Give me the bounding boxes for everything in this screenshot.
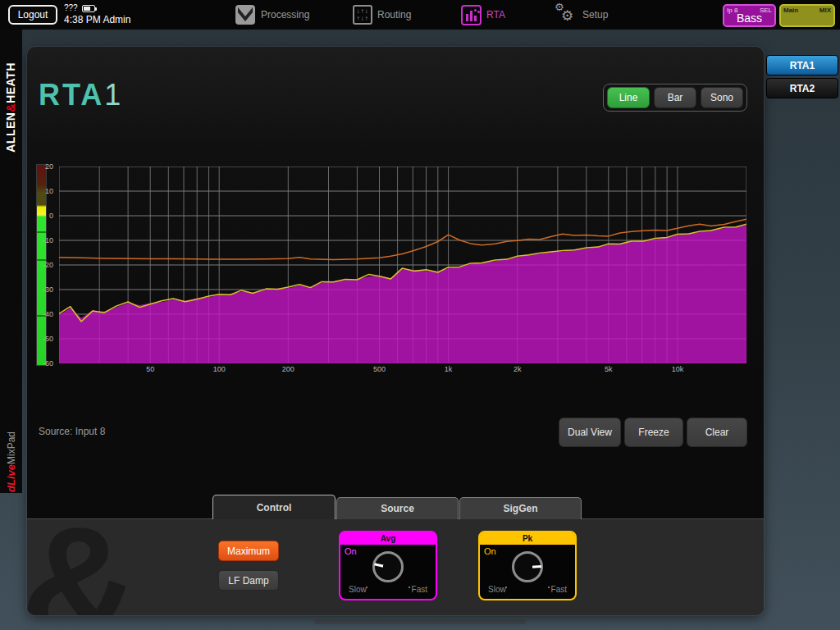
avg-on-label[interactable]: On: [345, 546, 357, 556]
pk-on-label[interactable]: On: [484, 546, 496, 556]
sono-view-button[interactable]: Sono: [701, 87, 743, 108]
allen-heath-logo: ALLEN&HEATH: [4, 62, 17, 152]
rta-main-panel: RTA1 Line Bar Sono 20100-10-20-30-40-50-…: [27, 47, 764, 615]
user-label: Admin: [103, 14, 130, 25]
pk-panel: Pk On Slow Fast: [478, 531, 577, 600]
dlive-mixpad-logo: dLiveMixPad: [5, 431, 17, 492]
pk-panel-title: Pk: [480, 532, 575, 545]
y-axis-label: 20: [29, 162, 53, 171]
x-axis-label: 1k: [445, 365, 453, 373]
x-axis-label: 10k: [672, 365, 684, 373]
x-axis-label: 500: [373, 365, 386, 373]
nav-routing-label: Routing: [377, 9, 411, 21]
nav-routing[interactable]: ↓↑↓↑↓↑ Routing: [353, 0, 411, 30]
rta-chart-svg: [59, 167, 746, 363]
avg-fast-label: Fast: [412, 585, 427, 594]
x-axis-label: 50: [146, 365, 154, 373]
y-axis-label: -40: [29, 310, 53, 318]
mix-tag-label: MIX: [819, 7, 831, 14]
setup-gears-icon: ⚙⚙: [556, 4, 578, 25]
nav-setup[interactable]: ⚙⚙ Setup: [556, 0, 608, 30]
avg-panel-title: Avg: [340, 532, 436, 545]
tab-rta1[interactable]: RTA1: [766, 55, 838, 75]
avg-slow-label: Slow: [349, 585, 367, 594]
pk-slow-label: Slow: [488, 585, 506, 594]
meter-notch: [37, 231, 46, 233]
signal-status: ???: [64, 3, 78, 12]
x-axis-label: 2k: [514, 365, 522, 373]
clock-user: 4:38 PM Admin: [64, 14, 130, 25]
logout-button[interactable]: Logout: [8, 5, 57, 25]
nav-setup-label: Setup: [582, 9, 608, 21]
y-axis-label: -20: [29, 261, 53, 269]
source-label: Source: Input 8: [39, 426, 105, 437]
tab-control[interactable]: Control: [212, 495, 336, 519]
bar-view-button[interactable]: Bar: [654, 87, 696, 108]
y-axis-label: 10: [29, 187, 53, 195]
mix-name-label: Main: [783, 7, 798, 14]
dual-view-button[interactable]: Dual View: [559, 418, 621, 447]
nav-rta[interactable]: RTA: [461, 0, 505, 30]
nav-processing-label: Processing: [261, 9, 309, 21]
maximum-button[interactable]: Maximum: [218, 541, 279, 561]
tab-siggen[interactable]: SigGen: [459, 497, 582, 519]
channel-name-label: Bass: [724, 11, 774, 25]
nav-processing[interactable]: Processing: [235, 0, 309, 30]
x-axis-label: 200: [282, 365, 294, 373]
avg-panel: Avg On Slow Fast: [339, 531, 437, 600]
pk-fast-label: Fast: [551, 585, 567, 594]
x-axis-label: 100: [213, 365, 226, 373]
line-view-button[interactable]: Line: [607, 87, 650, 108]
view-mode-group: Line Bar Sono: [603, 84, 747, 112]
y-axis-label: -30: [29, 285, 53, 294]
nav-rta-label: RTA: [486, 9, 505, 21]
avg-knob[interactable]: [372, 551, 404, 582]
clear-button[interactable]: Clear: [687, 418, 747, 447]
processing-icon: [235, 4, 256, 25]
lf-damp-button[interactable]: LF Damp: [218, 570, 279, 591]
tab-source[interactable]: Source: [336, 497, 459, 519]
tab-rta2[interactable]: RTA2: [766, 78, 838, 98]
rta-icon: [461, 5, 482, 25]
pk-knob[interactable]: [512, 551, 543, 582]
y-axis-label: -50: [29, 335, 53, 343]
x-axis-label: 5k: [605, 365, 613, 373]
ampersand-watermark: &: [27, 503, 139, 615]
routing-icon: ↓↑↓↑↓↑: [353, 5, 372, 25]
home-indicator[interactable]: [314, 619, 526, 624]
top-bar: Logout ??? 4:38 PM Admin Processing ↓↑↓↑…: [0, 0, 840, 30]
battery-icon: [82, 5, 95, 12]
y-axis-label: 0: [29, 212, 53, 220]
selected-channel-button[interactable]: Ip 8 SEL Bass: [723, 4, 776, 27]
time-label: 4:38 PM: [64, 14, 101, 25]
freeze-button[interactable]: Freeze: [624, 418, 683, 447]
pk-knob-pointer: [527, 565, 541, 568]
mix-button[interactable]: Main MIX: [779, 4, 835, 27]
y-axis-label: -60: [29, 359, 53, 368]
avg-knob-pointer: [374, 563, 388, 568]
y-axis-label: -10: [29, 236, 53, 244]
page-title: RTA1: [39, 78, 121, 112]
brand-sidebar: ALLEN&HEATH dLiveMixPad: [0, 30, 22, 493]
